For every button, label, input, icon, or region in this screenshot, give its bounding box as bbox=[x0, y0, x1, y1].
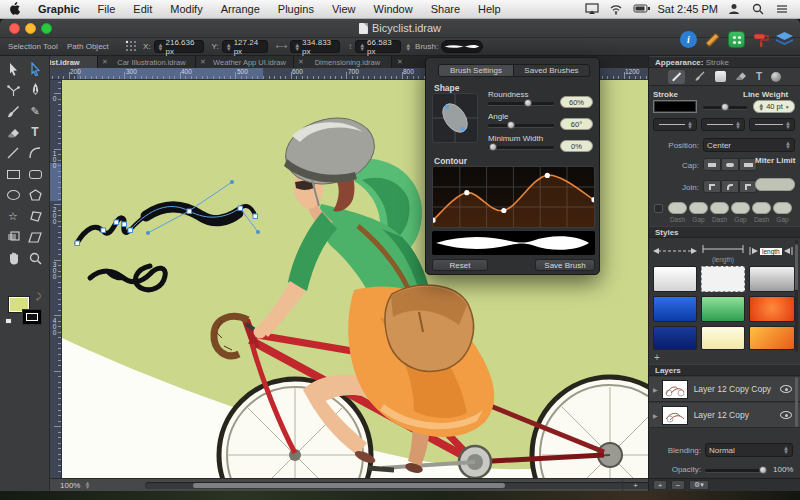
anchor-point-selector[interactable] bbox=[125, 40, 137, 54]
user-icon[interactable] bbox=[728, 3, 742, 15]
fill-mode-icon[interactable] bbox=[715, 71, 726, 82]
vertical-ruler[interactable]: 0100200300400 bbox=[50, 80, 62, 478]
position-dropdown[interactable]: Center▲▼ bbox=[703, 138, 795, 152]
star-tool-icon[interactable]: ☆ bbox=[4, 207, 22, 225]
style-dimension-line[interactable]: (length) bbox=[701, 244, 745, 263]
freeform-tool-icon[interactable] bbox=[26, 207, 44, 225]
blending-dropdown[interactable]: Normal▲▼ bbox=[705, 443, 793, 457]
info-panel-icon[interactable]: i bbox=[680, 31, 697, 48]
style-length-label-line[interactable]: length bbox=[749, 244, 795, 258]
layer-row-1[interactable]: ▶ Layer 12 Copy Copy bbox=[649, 377, 800, 402]
stroke-start-style-dropdown[interactable]: ▲▼ bbox=[653, 118, 697, 131]
height-field[interactable]: ▲▼66.583 px bbox=[355, 40, 401, 53]
brush-stroke-squiggles[interactable] bbox=[77, 206, 255, 290]
layer-disclosure-icon[interactable]: ▶ bbox=[649, 386, 662, 393]
tab-weather-app-ui[interactable]: ✕Weather App UI.idraw bbox=[196, 56, 294, 68]
brush-shape-preview[interactable] bbox=[432, 93, 478, 143]
menu-view[interactable]: View bbox=[323, 3, 365, 15]
paint-roller-icon[interactable] bbox=[752, 31, 769, 48]
join-round-button[interactable] bbox=[721, 180, 739, 193]
layer-thumbnail[interactable] bbox=[662, 406, 688, 425]
tab-close-icon[interactable]: ✕ bbox=[397, 58, 403, 66]
text-mode-icon[interactable]: T bbox=[756, 71, 762, 82]
menu-help[interactable]: Help bbox=[469, 3, 510, 15]
reset-button[interactable]: Reset bbox=[432, 259, 488, 271]
miter-limit-field[interactable] bbox=[755, 178, 795, 191]
size-stepper[interactable]: ▲▼ bbox=[405, 43, 411, 51]
brush-preview-well[interactable] bbox=[441, 40, 483, 53]
style-swatch-blue[interactable] bbox=[653, 296, 697, 322]
roundness-value-field[interactable]: 60% bbox=[560, 96, 593, 108]
styles-scrollbar[interactable] bbox=[795, 240, 798, 352]
y-position-field[interactable]: ▲▼127.24 px bbox=[222, 40, 268, 53]
shear-tool-icon[interactable] bbox=[26, 228, 44, 246]
tab-car-illustration[interactable]: ✕Car Illustration.idraw bbox=[98, 56, 196, 68]
text-tool-icon[interactable]: T bbox=[26, 123, 44, 141]
style-swatch-gray-gradient[interactable] bbox=[749, 266, 795, 292]
rounded-rectangle-tool-icon[interactable] bbox=[26, 165, 44, 183]
horizontal-scrollbar-thumb[interactable] bbox=[193, 483, 505, 488]
rectangle-tool-icon[interactable] bbox=[4, 165, 22, 183]
zoom-level-field[interactable]: 100% bbox=[50, 481, 80, 490]
selection-tool-icon[interactable] bbox=[4, 60, 22, 78]
layers-scrollbar[interactable] bbox=[795, 377, 798, 427]
node-tool-icon[interactable] bbox=[4, 81, 22, 99]
contour-curve-editor[interactable] bbox=[432, 166, 595, 228]
maximize-window-button[interactable] bbox=[41, 23, 52, 34]
line-tool-icon[interactable] bbox=[4, 144, 22, 162]
style-arrow-dashed-line[interactable] bbox=[653, 244, 697, 258]
default-colors-icon[interactable] bbox=[5, 318, 12, 324]
add-style-button[interactable]: + bbox=[654, 352, 660, 363]
pen-tool-icon[interactable] bbox=[26, 81, 44, 99]
app-menu-graphic[interactable]: Graphic bbox=[29, 3, 89, 15]
layer-visibility-icon[interactable] bbox=[780, 411, 792, 419]
zoom-tool-icon[interactable] bbox=[26, 249, 44, 267]
menu-share[interactable]: Share bbox=[422, 3, 469, 15]
menu-edit[interactable]: Edit bbox=[124, 3, 161, 15]
tab-brush-settings[interactable]: Brush Settings bbox=[438, 64, 514, 77]
gap-field-2[interactable] bbox=[731, 202, 750, 214]
battery-icon[interactable] bbox=[633, 3, 647, 15]
tab-close-icon[interactable]: ✕ bbox=[200, 58, 206, 66]
style-swatch-white[interactable] bbox=[653, 266, 697, 292]
stroke-style-dropdown[interactable]: ▲▼ bbox=[701, 118, 745, 131]
menu-plugins[interactable]: Plugins bbox=[269, 3, 323, 15]
menu-arrange[interactable]: Arrange bbox=[212, 3, 269, 15]
join-segmented-control[interactable] bbox=[703, 180, 757, 193]
apple-menu-icon[interactable] bbox=[0, 2, 29, 17]
remove-layer-button[interactable]: − bbox=[671, 480, 685, 490]
zoom-stepper[interactable]: ▲▼ bbox=[84, 481, 90, 489]
horizontal-scrollbar[interactable] bbox=[145, 482, 665, 489]
spotlight-icon[interactable] bbox=[752, 3, 766, 15]
layer-disclosure-icon[interactable]: ▶ bbox=[649, 412, 662, 419]
layer-row-2[interactable]: ▶ Layer 12 Copy bbox=[649, 403, 800, 428]
brush-mode-icon[interactable] bbox=[694, 70, 706, 84]
polygon-tool-icon[interactable] bbox=[26, 186, 44, 204]
line-weight-field[interactable]: ▲▼40 pt▼ bbox=[753, 100, 795, 113]
artboard-tool-icon[interactable] bbox=[4, 228, 22, 246]
layers-section-header[interactable]: Layers bbox=[649, 364, 800, 376]
line-weight-slider[interactable] bbox=[703, 106, 747, 109]
opacity-slider[interactable] bbox=[705, 469, 767, 472]
minimize-window-button[interactable] bbox=[25, 23, 36, 34]
dash-field-2[interactable] bbox=[710, 202, 729, 214]
layers-panel-icon[interactable] bbox=[776, 31, 793, 48]
shadow-mode-icon[interactable] bbox=[771, 72, 781, 82]
layer-visibility-icon[interactable] bbox=[780, 385, 792, 393]
gap-field-1[interactable] bbox=[689, 202, 708, 214]
tab-dimensioning[interactable]: ✕Dimensioning.idraw bbox=[294, 56, 392, 68]
angle-slider[interactable] bbox=[488, 124, 554, 127]
swap-colors-icon[interactable]: ⤸ bbox=[36, 292, 41, 302]
tab-close-icon[interactable]: ✕ bbox=[298, 58, 304, 66]
layer-thumbnail[interactable] bbox=[662, 380, 688, 399]
style-swatch-dark-blue[interactable] bbox=[653, 326, 697, 350]
eraser-tool-icon[interactable] bbox=[4, 123, 22, 141]
dash-field-1[interactable] bbox=[668, 202, 687, 214]
x-position-field[interactable]: ▲▼216.636 px bbox=[154, 40, 204, 53]
cap-round-button[interactable] bbox=[721, 158, 739, 171]
hand-tool-icon[interactable] bbox=[4, 249, 22, 267]
join-miter-button[interactable] bbox=[703, 180, 721, 193]
direct-selection-tool-icon[interactable] bbox=[26, 60, 44, 78]
menu-file[interactable]: File bbox=[89, 3, 125, 15]
style-swatch-green[interactable] bbox=[701, 296, 745, 322]
